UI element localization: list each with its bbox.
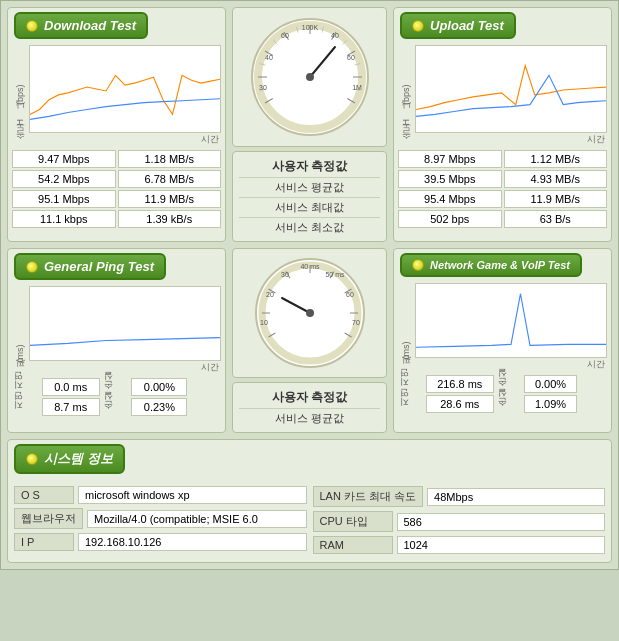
download-chart xyxy=(29,45,221,133)
game-y-label: 핑 (ms) xyxy=(398,283,415,371)
game-panel: Network Game & VoIP Test 핑 (ms) 시간 xyxy=(393,248,612,433)
download-panel: Download Test 속도 H 나 (bps) xyxy=(7,7,226,242)
svg-text:30: 30 xyxy=(259,84,267,91)
system-header: 시스템 정보 xyxy=(14,444,125,474)
svg-text:20: 20 xyxy=(266,291,274,298)
sys-key-r0: LAN 카드 최대 속도 xyxy=(313,486,424,507)
svg-text:40 ms: 40 ms xyxy=(300,263,320,270)
sys-key-1: 웹브라우저 xyxy=(14,508,83,529)
upload-panel: Upload Test 속도 H 나 (bps) 시간 xyxy=(393,7,612,242)
ping-left-label1: 지연 xyxy=(12,378,40,396)
ping-gauge-container: 10 20 30 40 ms 50 ms 60 70 xyxy=(232,248,387,378)
speed-labels: 사용자 측정값 서비스 평균값 서비스 최대값 서비스 최소값 xyxy=(232,151,387,242)
ul-stat-3a: 95.4 Mbps xyxy=(398,190,502,208)
sys-key-2: I P xyxy=(14,533,74,551)
svg-text:60: 60 xyxy=(281,32,289,39)
ul-stat-4b: 63 B/s xyxy=(504,210,608,228)
download-header: Download Test xyxy=(14,12,148,39)
download-dot xyxy=(26,20,38,32)
ping-dot xyxy=(26,261,38,273)
ping-labels: 사용자 측정값 서비스 평균값 xyxy=(232,382,387,433)
svg-text:60: 60 xyxy=(347,54,355,61)
game-val-2b: 1.09% xyxy=(524,395,578,413)
game-left-label2b: 손실 xyxy=(496,395,522,413)
ping-val-2a: 8.7 ms xyxy=(42,398,100,416)
sys-val-r0: 48Mbps xyxy=(427,488,605,506)
ping-title: General Ping Test xyxy=(44,259,154,274)
system-left: O S microsoft windows xp 웹브라우저 Mozilla/4… xyxy=(14,484,307,556)
ping-val-2b: 0.23% xyxy=(131,398,187,416)
game-left-label2: 지연 xyxy=(398,395,424,413)
speed-gauge: 30 40 60 100K 40 60 1M xyxy=(245,12,375,142)
dl-stat-1a: 9.47 Mbps xyxy=(12,150,116,168)
ping-left-label1b: 손실 xyxy=(102,378,130,396)
upload-header: Upload Test xyxy=(400,12,516,39)
sys-row-r1: CPU 타입 586 xyxy=(313,509,606,534)
speed-label-title: 사용자 측정값 xyxy=(239,156,380,178)
game-val-2a: 28.6 ms xyxy=(426,395,494,413)
ul-stat-3b: 11.9 MB/s xyxy=(504,190,608,208)
ping-panel: General Ping Test 핑 (ms) 시간 지 xyxy=(7,248,226,433)
speed-label-avg: 서비스 평균값 xyxy=(239,178,380,198)
ping-left-label2: 지연 xyxy=(12,398,40,416)
dl-stat-1b: 1.18 MB/s xyxy=(118,150,222,168)
svg-point-47 xyxy=(306,309,314,317)
ping-chart xyxy=(29,286,221,361)
upload-x-label: 시간 xyxy=(415,133,607,146)
sys-row-1: 웹브라우저 Mozilla/4.0 (compatible; MSIE 6.0 xyxy=(14,506,307,531)
dl-stat-3b: 11.9 MB/s xyxy=(118,190,222,208)
svg-text:10: 10 xyxy=(260,319,268,326)
sys-val-r1: 586 xyxy=(397,513,606,531)
game-val-1b: 0.00% xyxy=(524,375,578,393)
ping-header: General Ping Test xyxy=(14,253,166,280)
ping-left-label2b: 손실 xyxy=(102,398,130,416)
game-val-1a: 216.8 ms xyxy=(426,375,494,393)
ping-val-1b: 0.00% xyxy=(131,378,187,396)
game-chart xyxy=(415,283,607,358)
ping-x-label: 시간 xyxy=(29,361,221,374)
sys-row-0: O S microsoft windows xp xyxy=(14,484,307,506)
ping-label-avg: 서비스 평균값 xyxy=(239,409,380,428)
game-dot xyxy=(412,259,424,271)
dl-stat-2a: 54.2 Mbps xyxy=(12,170,116,188)
sys-row-r0: LAN 카드 최대 속도 48Mbps xyxy=(313,484,606,509)
download-title: Download Test xyxy=(44,18,136,33)
game-header: Network Game & VoIP Test xyxy=(400,253,582,277)
game-x-label: 시간 xyxy=(415,358,607,371)
dl-stat-2b: 6.78 MB/s xyxy=(118,170,222,188)
sys-row-r2: RAM 1024 xyxy=(313,534,606,556)
ping-label-title: 사용자 측정값 xyxy=(239,387,380,409)
sys-key-r2: RAM xyxy=(313,536,393,554)
game-left-label1b: 손실 xyxy=(496,375,522,393)
ping-y-label: 핑 (ms) xyxy=(12,286,29,374)
svg-text:100K: 100K xyxy=(301,24,318,31)
svg-point-27 xyxy=(306,73,314,81)
sys-val-0: microsoft windows xp xyxy=(78,486,307,504)
ping-gauge: 10 20 30 40 ms 50 ms 60 70 xyxy=(250,253,370,373)
game-left-label1: 지연 xyxy=(398,375,424,393)
system-dot xyxy=(26,453,38,465)
upload-title: Upload Test xyxy=(430,18,504,33)
svg-text:1M: 1M xyxy=(352,84,362,91)
game-title: Network Game & VoIP Test xyxy=(430,259,570,271)
ping-val-1a: 0.0 ms xyxy=(42,378,100,396)
system-right: LAN 카드 최대 속도 48Mbps CPU 타입 586 RAM 1024 xyxy=(313,484,606,556)
sys-val-r2: 1024 xyxy=(397,536,606,554)
sys-val-2: 192.168.10.126 xyxy=(78,533,307,551)
dl-stat-3a: 95.1 Mbps xyxy=(12,190,116,208)
upload-y-label: 속도 H 나 (bps) xyxy=(398,45,415,146)
speed-gauge-container: 30 40 60 100K 40 60 1M xyxy=(232,7,387,147)
speed-label-min: 서비스 최소값 xyxy=(239,218,380,237)
sys-row-2: I P 192.168.10.126 xyxy=(14,531,307,553)
ul-stat-1a: 8.97 Mbps xyxy=(398,150,502,168)
upload-chart xyxy=(415,45,607,133)
speed-label-max: 서비스 최대값 xyxy=(239,198,380,218)
middle-center: 10 20 30 40 ms 50 ms 60 70 사용자 측정값 서비스 평… xyxy=(232,248,387,433)
svg-text:40: 40 xyxy=(265,54,273,61)
download-y-label: 속도 H 나 (bps) xyxy=(12,45,29,146)
ul-stat-2a: 39.5 Mbps xyxy=(398,170,502,188)
svg-text:30: 30 xyxy=(281,271,289,278)
system-title: 시스템 정보 xyxy=(44,450,113,468)
ul-stat-4a: 502 bps xyxy=(398,210,502,228)
svg-text:60: 60 xyxy=(346,291,354,298)
